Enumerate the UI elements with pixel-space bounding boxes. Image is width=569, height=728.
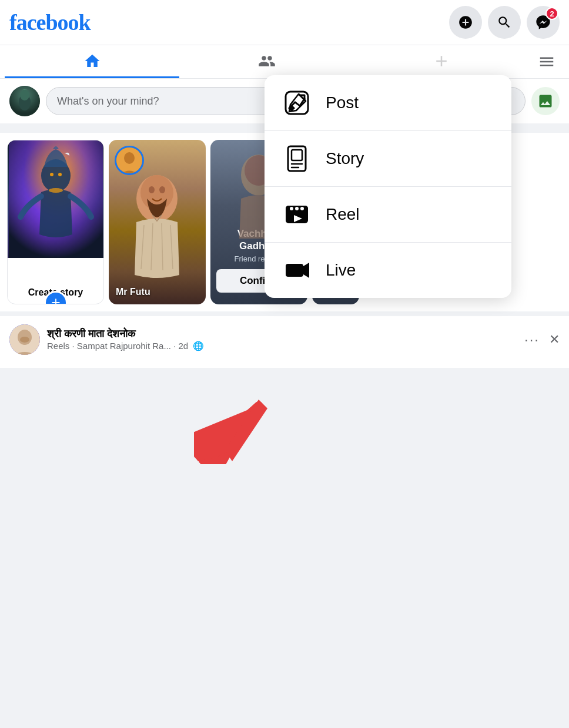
post-author-avatar: [9, 324, 40, 355]
nav-tab-menu[interactable]: [529, 45, 564, 78]
dropdown-story-item[interactable]: Story: [265, 131, 511, 187]
red-arrow-indicator: [194, 388, 276, 467]
create-story-bg: [8, 140, 103, 258]
header: facebook 2: [0, 0, 569, 45]
user-avatar: [9, 86, 40, 116]
create-dropdown-menu: Post Story Reel: [265, 75, 511, 298]
dropdown-reel-item[interactable]: Reel: [265, 187, 511, 243]
svg-line-34: [206, 405, 259, 452]
svg-point-27: [290, 207, 293, 210]
svg-marker-32: [303, 263, 309, 278]
mr-futu-username: Mr Futu: [116, 287, 150, 297]
facebook-logo: facebook: [9, 9, 91, 35]
svg-rect-22: [292, 150, 302, 160]
messenger-badge: 2: [545, 7, 558, 20]
live-label: Live: [326, 261, 356, 280]
svg-point-10: [149, 186, 155, 193]
svg-point-17: [124, 152, 135, 164]
svg-point-29: [300, 207, 304, 210]
reel-label: Reel: [326, 205, 360, 224]
svg-point-2: [20, 90, 29, 100]
photo-video-button[interactable]: [531, 87, 560, 115]
post-header: श्री करणी माता देशनोक Reels · Sampat Raj…: [9, 324, 560, 355]
svg-point-6: [50, 173, 53, 176]
privacy-globe-icon: 🌐: [193, 341, 204, 351]
post-more-options-button[interactable]: ···: [520, 329, 544, 350]
svg-marker-35: [197, 400, 267, 461]
post-label: Post: [326, 93, 359, 112]
post-icon: [281, 87, 313, 119]
reel-icon: [281, 199, 313, 230]
svg-point-5: [49, 188, 63, 193]
svg-point-7: [58, 173, 62, 176]
post-card: श्री करणी माता देशनोक Reels · Sampat Raj…: [0, 316, 569, 368]
messenger-button[interactable]: 2: [527, 6, 560, 39]
svg-rect-31: [286, 264, 303, 277]
post-meta: श्री करणी माता देशनोक Reels · Sampat Raj…: [47, 328, 513, 351]
story-icon: [281, 143, 313, 175]
nav-tab-home[interactable]: [5, 45, 179, 78]
mr-futu-story-card[interactable]: Mr Futu: [109, 140, 206, 304]
svg-point-28: [295, 207, 299, 210]
svg-point-39: [20, 337, 29, 343]
nav-tabs: [0, 45, 569, 79]
post-close-button[interactable]: ✕: [549, 332, 560, 347]
add-button[interactable]: [449, 6, 482, 39]
nav-tab-friends[interactable]: [179, 45, 354, 78]
search-button[interactable]: [488, 6, 521, 39]
story-avatar-ring: [115, 146, 144, 175]
post-meta-text: Reels · Sampat Rajpurohit Ra... · 2d: [47, 341, 188, 351]
live-icon: [281, 254, 313, 286]
header-icons: 2: [449, 6, 560, 39]
post-actions: ··· ✕: [520, 329, 560, 350]
nav-tab-create[interactable]: [354, 45, 529, 78]
create-story-card[interactable]: Create story: [7, 140, 104, 304]
story-label: Story: [326, 149, 364, 168]
dropdown-post-item[interactable]: Post: [265, 75, 511, 131]
post-author-name: श्री करणी माता देशनोक: [47, 328, 513, 341]
svg-point-11: [159, 186, 165, 193]
post-subtitle: Reels · Sampat Rajpurohit Ra... · 2d 🌐: [47, 341, 513, 351]
dropdown-live-item[interactable]: Live: [265, 243, 511, 298]
